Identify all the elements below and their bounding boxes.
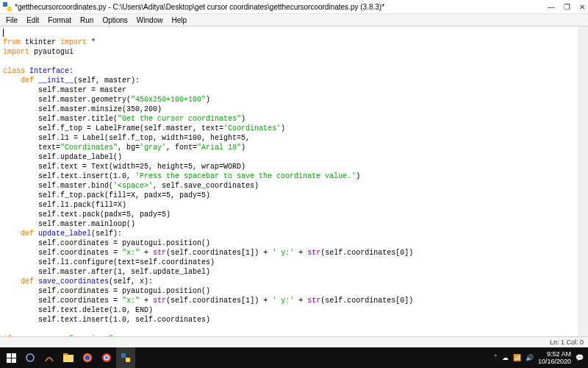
menu-run[interactable]: Run [76, 16, 98, 24]
idle-icon[interactable] [116, 347, 135, 368]
tray-cloud-icon[interactable]: ☁ [502, 354, 509, 361]
maximize-button[interactable]: ❐ [564, 3, 570, 11]
system-tray[interactable]: ˄ ☁ 📶 🔊 9:52 AM 10/16/2020 💬 [494, 350, 587, 365]
menu-window[interactable]: Window [132, 16, 168, 24]
tray-volume-icon[interactable]: 🔊 [526, 354, 534, 361]
menu-file[interactable]: File [1, 16, 22, 24]
menu-edit[interactable]: Edit [22, 16, 43, 24]
menu-help[interactable]: Help [167, 16, 191, 24]
app-icon [3, 2, 12, 11]
cursor-position: Ln: 1 Col: 0 [550, 339, 584, 346]
svg-rect-5 [12, 358, 16, 363]
svg-rect-1 [7, 7, 12, 11]
chrome-icon[interactable] [97, 347, 116, 368]
svg-rect-8 [63, 353, 68, 355]
svg-point-13 [105, 356, 109, 360]
svg-rect-0 [3, 2, 7, 7]
tray-wifi-icon[interactable]: 📶 [513, 354, 521, 361]
cortana-icon[interactable] [21, 347, 40, 368]
statusbar: Ln: 1 Col: 0 [0, 336, 588, 347]
svg-point-10 [85, 355, 90, 360]
close-button[interactable]: ✕ [579, 3, 585, 11]
menu-format[interactable]: Format [43, 16, 76, 24]
window-title: *getthecursorcoordinates.py - C:\Users\A… [15, 3, 548, 11]
titlebar: *getthecursorcoordinates.py - C:\Users\A… [0, 0, 588, 14]
minimize-button[interactable]: — [548, 3, 555, 11]
svg-rect-4 [7, 358, 11, 363]
svg-rect-3 [12, 353, 16, 358]
start-button[interactable] [1, 347, 21, 368]
firefox-icon[interactable] [78, 347, 97, 368]
file-explorer-icon[interactable] [59, 347, 78, 368]
svg-rect-2 [7, 353, 11, 358]
svg-point-6 [26, 354, 34, 361]
tray-notification-icon[interactable]: 💬 [576, 354, 584, 361]
svg-rect-14 [121, 353, 126, 358]
svg-rect-15 [126, 358, 130, 362]
code-editor[interactable]: from tkinter import * import pyautogui c… [0, 26, 588, 336]
tray-chevron-icon[interactable]: ˄ [494, 354, 498, 361]
svg-rect-7 [63, 355, 74, 362]
tray-clock[interactable]: 9:52 AM 10/16/2020 [538, 350, 571, 365]
taskbar-app-1[interactable] [40, 347, 59, 368]
taskbar: ˄ ☁ 📶 🔊 9:52 AM 10/16/2020 💬 [0, 347, 588, 368]
menu-options[interactable]: Options [98, 16, 132, 24]
menubar: File Edit Format Run Options Window Help [0, 14, 588, 26]
